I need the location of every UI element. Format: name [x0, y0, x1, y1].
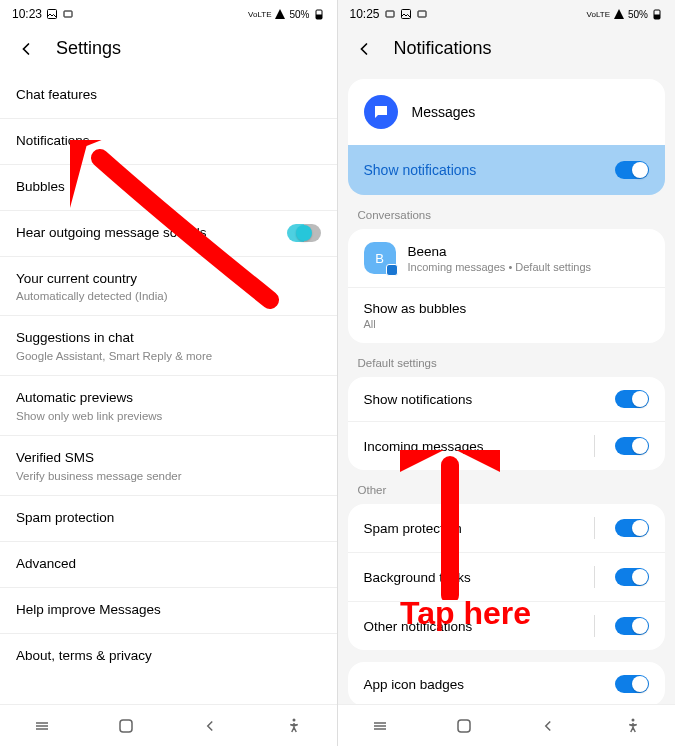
accessibility-icon[interactable] — [285, 717, 303, 735]
card-icon — [384, 8, 396, 20]
setting-title: Automatic previews — [16, 389, 321, 408]
default-incoming-messages[interactable]: Incoming messages — [348, 421, 666, 470]
row-subtitle: All — [364, 318, 650, 330]
default-show-notifications[interactable]: Show notifications — [348, 377, 666, 421]
row-title: Show as bubbles — [364, 301, 650, 316]
network-indicator: VoLTE — [587, 10, 610, 19]
svg-rect-6 — [386, 11, 394, 17]
setting-title: Suggestions in chat — [16, 329, 321, 348]
app-name: Messages — [412, 104, 476, 120]
setting-chat-features[interactable]: Chat features — [0, 73, 337, 119]
setting-about[interactable]: About, terms & privacy — [0, 634, 337, 679]
setting-title: Notifications — [16, 132, 321, 151]
setting-subtitle: Verify business message sender — [16, 470, 321, 482]
setting-suggestions[interactable]: Suggestions in chat Google Assistant, Sm… — [0, 316, 337, 376]
app-icon-badges[interactable]: App icon badges — [348, 662, 666, 704]
section-other: Other — [338, 470, 676, 504]
back-icon[interactable] — [16, 39, 36, 59]
toggle-default-show-notifications[interactable] — [615, 390, 649, 408]
setting-country[interactable]: Your current country Automatically detec… — [0, 257, 337, 317]
home-icon[interactable] — [455, 717, 473, 735]
row-title: Spam protection — [364, 521, 583, 536]
contact-subtitle: Incoming messages • Default settings — [408, 261, 650, 273]
setting-advanced[interactable]: Advanced — [0, 542, 337, 588]
recents-icon[interactable] — [371, 717, 389, 735]
accessibility-icon[interactable] — [624, 717, 642, 735]
battery-icon — [651, 8, 663, 20]
toggle-incoming-messages[interactable] — [615, 437, 649, 455]
show-as-bubbles[interactable]: Show as bubbles All — [348, 287, 666, 343]
status-time: 10:23 — [12, 7, 42, 21]
toggle-background-tasks[interactable] — [615, 568, 649, 586]
setting-auto-previews[interactable]: Automatic previews Show only web link pr… — [0, 376, 337, 436]
card-icon — [62, 8, 74, 20]
setting-notifications[interactable]: Notifications — [0, 119, 337, 165]
signal-icon — [274, 8, 286, 20]
other-spam-protection[interactable]: Spam protection — [348, 504, 666, 552]
setting-title: Verified SMS — [16, 449, 321, 468]
svg-rect-4 — [120, 720, 132, 732]
toggle-show-notifications[interactable] — [615, 161, 649, 179]
picture-icon — [46, 8, 58, 20]
show-notifications-main[interactable]: Show notifications — [348, 145, 666, 195]
other-background-tasks[interactable]: Background tasks — [348, 552, 666, 601]
setting-help-improve[interactable]: Help improve Messages — [0, 588, 337, 634]
card-icon — [416, 8, 428, 20]
svg-rect-10 — [654, 15, 660, 20]
back-icon[interactable] — [354, 39, 374, 59]
battery-icon — [313, 8, 325, 20]
section-default-settings: Default settings — [338, 343, 676, 377]
setting-subtitle: Show only web link previews — [16, 410, 321, 422]
network-indicator: VoLTE — [248, 10, 271, 19]
signal-icon — [613, 8, 625, 20]
row-title: Background tasks — [364, 570, 583, 585]
page-title: Settings — [56, 38, 121, 59]
setting-spam-protection[interactable]: Spam protection — [0, 496, 337, 542]
other-notifications[interactable]: Other notifications — [348, 601, 666, 650]
row-title: App icon badges — [364, 677, 604, 692]
setting-subtitle: Google Assistant, Smart Reply & more — [16, 350, 321, 362]
svg-rect-7 — [401, 10, 410, 19]
svg-rect-1 — [64, 11, 72, 17]
setting-subtitle: Automatically detected (India) — [16, 290, 321, 302]
setting-bubbles[interactable]: Bubbles — [0, 165, 337, 211]
row-title: Incoming messages — [364, 439, 583, 454]
setting-verified-sms[interactable]: Verified SMS Verify business message sen… — [0, 436, 337, 496]
divider — [594, 517, 595, 539]
setting-outgoing-sounds[interactable]: Hear outgoing message sounds — [0, 211, 337, 257]
setting-title: Hear outgoing message sounds — [16, 224, 287, 243]
toggle-outgoing-sounds[interactable] — [287, 224, 321, 242]
svg-point-5 — [293, 718, 296, 721]
setting-title: About, terms & privacy — [16, 647, 321, 666]
divider — [594, 615, 595, 637]
back-nav-icon[interactable] — [201, 717, 219, 735]
setting-title: Bubbles — [16, 178, 321, 197]
conversation-beena[interactable]: B Beena Incoming messages • Default sett… — [348, 229, 666, 287]
status-time: 10:25 — [350, 7, 380, 21]
toggle-other-notifications[interactable] — [615, 617, 649, 635]
svg-rect-11 — [458, 720, 470, 732]
toggle-app-icon-badges[interactable] — [615, 675, 649, 693]
contact-avatar: B — [364, 242, 396, 274]
settings-list: Chat features Notifications Bubbles Hear… — [0, 73, 337, 704]
show-notifications-label: Show notifications — [364, 162, 477, 178]
svg-point-12 — [631, 718, 634, 721]
back-nav-icon[interactable] — [539, 717, 557, 735]
home-icon[interactable] — [117, 717, 135, 735]
toggle-spam-protection[interactable] — [615, 519, 649, 537]
setting-title: Chat features — [16, 86, 321, 105]
page-title: Notifications — [394, 38, 492, 59]
recents-icon[interactable] — [33, 717, 51, 735]
setting-title: Spam protection — [16, 509, 321, 528]
row-title: Other notifications — [364, 619, 583, 634]
battery-percent: 50% — [628, 9, 648, 20]
svg-rect-8 — [418, 11, 426, 17]
navigation-bar — [0, 704, 337, 746]
picture-icon — [400, 8, 412, 20]
contact-badge-icon — [386, 264, 398, 276]
status-bar: 10:25 VoLTE 50% — [338, 0, 676, 28]
status-bar: 10:23 VoLTE 50% — [0, 0, 337, 28]
row-title: Show notifications — [364, 392, 604, 407]
page-header: Notifications — [338, 28, 676, 73]
battery-percent: 50% — [289, 9, 309, 20]
